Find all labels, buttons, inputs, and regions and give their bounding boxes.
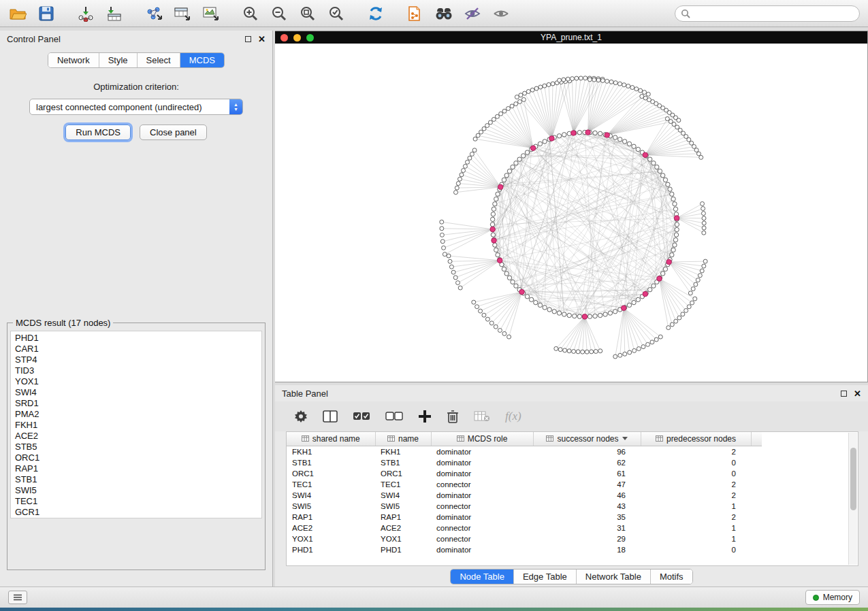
- mcds-result-item[interactable]: GCR1: [15, 507, 261, 518]
- table-row[interactable]: ACE2ACE2connector311: [287, 523, 762, 533]
- table-row[interactable]: TEC1TEC1connector472: [287, 479, 762, 490]
- select-all-icon[interactable]: [353, 408, 370, 425]
- hide-table-icon[interactable]: [474, 408, 490, 425]
- mcds-result-item[interactable]: ORC1: [15, 452, 261, 463]
- optimization-criterion-select[interactable]: largest connected component (undirected)…: [29, 99, 243, 115]
- mcds-result-item[interactable]: STP4: [15, 354, 261, 365]
- close-panel-button[interactable]: Close panel: [140, 125, 207, 140]
- tab-edge-table[interactable]: Edge Table: [514, 569, 577, 584]
- function-builder-icon[interactable]: f(x): [505, 408, 521, 425]
- network-titlebar[interactable]: YPA_prune.txt_1: [275, 31, 867, 44]
- export-table-icon[interactable]: [173, 4, 192, 23]
- mcds-result-item[interactable]: TID3: [15, 365, 261, 376]
- dropdown-stepper-icon: ▲▼: [229, 99, 242, 114]
- hide-graphics-details-icon[interactable]: [463, 4, 482, 23]
- column-header-predecessor-nodes[interactable]: predecessor nodes: [641, 432, 751, 446]
- mcds-result-item[interactable]: CAR1: [15, 344, 261, 354]
- tab-style[interactable]: Style: [99, 53, 138, 67]
- table-row[interactable]: SWI5SWI5connector431: [287, 501, 762, 512]
- table-settings-gear-icon[interactable]: [294, 408, 308, 425]
- export-network-icon[interactable]: [144, 4, 163, 23]
- mcds-result-item[interactable]: ACE2: [15, 431, 261, 442]
- memory-button[interactable]: Memory: [805, 590, 860, 605]
- table-row[interactable]: RAP1RAP1dominator352: [287, 512, 762, 523]
- control-panel-title: Control Panel: [7, 34, 61, 44]
- tab-motifs[interactable]: Motifs: [651, 569, 692, 584]
- mcds-result-item[interactable]: FKH1: [15, 420, 261, 431]
- mcds-result-item[interactable]: PMA2: [15, 409, 261, 420]
- save-session-icon[interactable]: [37, 4, 56, 23]
- zoom-out-icon[interactable]: [270, 4, 289, 23]
- mcds-result-item[interactable]: PHD1: [15, 333, 261, 344]
- table-column-icon: [387, 435, 395, 442]
- table-row[interactable]: YOX1YOX1connector291: [287, 533, 762, 544]
- table-column-icon: [546, 435, 553, 442]
- tab-network[interactable]: Network: [48, 53, 99, 67]
- table-panel-header: Table Panel ✕: [275, 385, 868, 401]
- column-header-name[interactable]: name: [375, 432, 431, 446]
- close-table-panel-icon[interactable]: ✕: [854, 389, 861, 398]
- zoom-fit-icon[interactable]: [298, 4, 317, 23]
- table-row[interactable]: PHD1PHD1dominator180: [287, 544, 762, 555]
- network-window: YPA_prune.txt_1: [275, 31, 868, 382]
- import-table-icon[interactable]: [105, 4, 124, 23]
- table-row[interactable]: FKH1FKH1dominator962: [287, 446, 762, 457]
- run-mcds-button[interactable]: Run MCDS: [65, 125, 131, 140]
- mcds-result-item[interactable]: STB1: [15, 474, 261, 485]
- search-box[interactable]: [675, 5, 860, 22]
- mcds-result-group: MCDS result (17 nodes) PHD1CAR1STP4TID3Y…: [7, 318, 266, 570]
- search-input[interactable]: [690, 9, 854, 18]
- import-network-icon[interactable]: [76, 4, 95, 23]
- list-menu-icon: [13, 594, 22, 601]
- optimization-criterion-label: Optimization criterion:: [0, 82, 272, 92]
- delete-row-icon[interactable]: [447, 408, 459, 425]
- table-row[interactable]: STB1STB1dominator620: [287, 457, 762, 468]
- float-panel-icon[interactable]: [245, 36, 251, 42]
- mcds-result-item[interactable]: STB5: [15, 442, 261, 452]
- search-network-icon[interactable]: [434, 4, 453, 23]
- column-header-successor-nodes[interactable]: successor nodes: [533, 432, 641, 446]
- desktop-wallpaper-strip: [0, 608, 868, 611]
- main-toolbar: [0, 0, 868, 27]
- tab-mcds[interactable]: MCDS: [180, 53, 224, 67]
- mcds-result-item[interactable]: RAP1: [15, 463, 261, 474]
- table-panel: Table Panel ✕: [275, 385, 868, 587]
- mcds-result-item[interactable]: YOX1: [15, 376, 261, 387]
- mcds-result-item[interactable]: SRD1: [15, 398, 261, 409]
- table-column-icon: [656, 435, 663, 442]
- status-menu-button[interactable]: [8, 591, 27, 604]
- network-title: YPA_prune.txt_1: [275, 33, 867, 42]
- show-graphics-details-icon[interactable]: [492, 4, 511, 23]
- tab-network-table[interactable]: Network Table: [577, 569, 651, 584]
- show-columns-icon[interactable]: [323, 408, 338, 425]
- column-header-shared-name[interactable]: shared name: [287, 432, 375, 446]
- table-scrollbar[interactable]: [848, 433, 857, 565]
- network-canvas[interactable]: [275, 44, 867, 382]
- close-control-panel-icon[interactable]: ✕: [258, 35, 266, 44]
- share-network-icon[interactable]: [406, 4, 425, 23]
- column-header-mcds-role[interactable]: MCDS role: [431, 432, 533, 446]
- mcds-result-list[interactable]: PHD1CAR1STP4TID3YOX1SWI4SRD1PMA2FKH1ACE2…: [10, 331, 262, 518]
- zoom-selected-icon[interactable]: [327, 4, 346, 23]
- export-image-icon[interactable]: [202, 4, 221, 23]
- table-scrollbar-thumb[interactable]: [850, 448, 856, 510]
- memory-label: Memory: [823, 593, 852, 602]
- table-toolbar: f(x): [275, 401, 868, 431]
- table-row[interactable]: ORC1ORC1dominator610: [287, 468, 762, 479]
- mcds-result-item[interactable]: SWI5: [15, 485, 261, 496]
- table-row[interactable]: SWI4SWI4dominator462: [287, 490, 762, 501]
- mcds-result-item[interactable]: SWI4: [15, 387, 261, 398]
- zoom-in-icon[interactable]: [241, 4, 260, 23]
- tab-select[interactable]: Select: [138, 53, 180, 67]
- tab-node-table[interactable]: Node Table: [451, 569, 514, 584]
- mcds-result-item[interactable]: TEC1: [15, 496, 261, 507]
- add-row-icon[interactable]: [418, 408, 432, 425]
- float-table-panel-icon[interactable]: [841, 391, 847, 397]
- node-table: shared name name MCDS role successor nod…: [287, 432, 762, 555]
- deselect-all-icon[interactable]: [385, 408, 403, 425]
- table-column-icon: [302, 435, 309, 442]
- status-bar: Memory: [0, 587, 868, 608]
- open-session-icon[interactable]: [8, 4, 27, 23]
- refresh-icon[interactable]: [366, 4, 385, 23]
- control-panel: Control Panel ✕ Network Style Select MCD…: [0, 31, 273, 587]
